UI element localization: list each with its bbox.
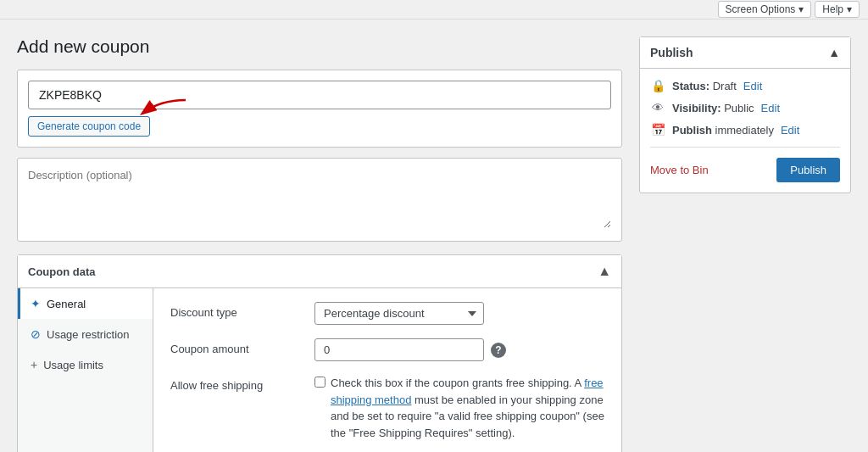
status-icon: 🔒 [650, 79, 665, 92]
coupon-amount-label: Coupon amount [170, 338, 298, 355]
free-shipping-checkbox[interactable] [314, 377, 326, 388]
top-bar: Screen Options ▾ Help ▾ [0, 0, 868, 20]
free-shipping-description: Check this box if the coupon grants free… [331, 375, 604, 441]
tab-usage-limits[interactable]: + Usage limits [18, 349, 153, 380]
publish-title: Publish [650, 46, 693, 59]
coupon-code-wrapper: Generate coupon code [17, 70, 622, 148]
screen-options-button[interactable]: Screen Options ▾ [718, 1, 812, 18]
content-area: Add new coupon Generate coupon code Co [17, 36, 622, 452]
discount-type-input-wrap: Percentage discount Fixed cart discount … [314, 302, 604, 325]
publish-divider [650, 147, 840, 148]
coupon-amount-input[interactable] [314, 338, 484, 361]
page-title: Add new coupon [17, 36, 622, 57]
publish-header: Publish ▲ [640, 37, 850, 69]
generate-coupon-code-button[interactable]: Generate coupon code [28, 116, 150, 137]
general-icon: ✦ [31, 297, 41, 310]
visibility-icon: 👁 [650, 101, 665, 114]
calendar-icon: 📅 [650, 123, 665, 137]
free-shipping-row: Allow free shipping Check this box if th… [170, 375, 604, 441]
coupon-data-title: Coupon data [28, 265, 95, 278]
publish-collapse-icon[interactable]: ▲ [828, 46, 840, 59]
publish-status-row: 🔒 Status: Draft Edit [650, 79, 840, 92]
coupon-tabs: ✦ General ⊘ Usage restriction + Usage li… [18, 288, 153, 452]
help-button[interactable]: Help ▾ [815, 1, 860, 18]
arrow-indicator-icon [135, 96, 194, 121]
tab-usage-limits-label: Usage limits [43, 359, 103, 371]
sidebar: Publish ▲ 🔒 Status: Draft Edit 👁 Visibil… [639, 36, 851, 452]
help-chevron-icon: ▾ [847, 3, 852, 15]
free-shipping-input-wrap: Check this box if the coupon grants free… [314, 375, 604, 441]
coupon-data-body: ✦ General ⊘ Usage restriction + Usage li… [18, 288, 621, 452]
publish-box: Publish ▲ 🔒 Status: Draft Edit 👁 Visibil… [639, 36, 851, 193]
publish-time-label: Publish immediately [672, 124, 774, 137]
publish-time-edit-link[interactable]: Edit [781, 124, 799, 137]
help-label: Help [822, 3, 843, 15]
publish-button[interactable]: Publish [776, 158, 840, 182]
coupon-code-input[interactable] [28, 81, 611, 109]
coupon-data-box: Coupon data ▲ ✦ General ⊘ Usage restrict… [17, 254, 622, 452]
coupon-amount-row: Coupon amount ? [170, 338, 604, 361]
tab-general-label: General [47, 298, 86, 310]
description-textarea[interactable] [28, 169, 611, 228]
coupon-fields: Discount type Percentage discount Fixed … [153, 288, 621, 452]
tab-usage-restriction[interactable]: ⊘ Usage restriction [18, 319, 153, 349]
coupon-amount-help-icon[interactable]: ? [491, 343, 506, 358]
coupon-data-header: Coupon data ▲ [18, 255, 621, 288]
publish-time-row: 📅 Publish immediately Edit [650, 123, 840, 137]
generate-coupon-code-label: Generate coupon code [37, 120, 141, 132]
discount-type-select[interactable]: Percentage discount Fixed cart discount … [314, 302, 484, 325]
tab-usage-restriction-label: Usage restriction [47, 328, 130, 341]
publish-body: 🔒 Status: Draft Edit 👁 Visibility: Publi… [640, 69, 850, 193]
discount-type-label: Discount type [170, 302, 298, 319]
screen-options-chevron-icon: ▾ [798, 3, 804, 15]
discount-type-row: Discount type Percentage discount Fixed … [170, 302, 604, 325]
publish-status-label: Status: Draft [672, 80, 737, 92]
coupon-amount-input-wrap: ? [314, 338, 604, 361]
publish-visibility-row: 👁 Visibility: Public Edit [650, 101, 840, 114]
status-edit-link[interactable]: Edit [743, 80, 762, 92]
publish-visibility-label: Visibility: Public [672, 102, 754, 114]
free-shipping-checkbox-label: Check this box if the coupon grants free… [314, 375, 604, 441]
usage-restriction-icon: ⊘ [31, 327, 41, 341]
collapse-arrow-icon[interactable]: ▲ [598, 264, 611, 279]
visibility-edit-link[interactable]: Edit [761, 102, 780, 114]
tab-general[interactable]: ✦ General [18, 288, 153, 319]
move-to-bin-link[interactable]: Move to Bin [650, 164, 709, 176]
description-area [17, 158, 622, 242]
usage-limits-icon: + [31, 358, 37, 371]
publish-actions: Move to Bin Publish [650, 158, 840, 182]
free-shipping-label: Allow free shipping [170, 375, 298, 392]
free-shipping-method-link[interactable]: free shipping method [331, 377, 604, 406]
screen-options-label: Screen Options [726, 3, 796, 15]
